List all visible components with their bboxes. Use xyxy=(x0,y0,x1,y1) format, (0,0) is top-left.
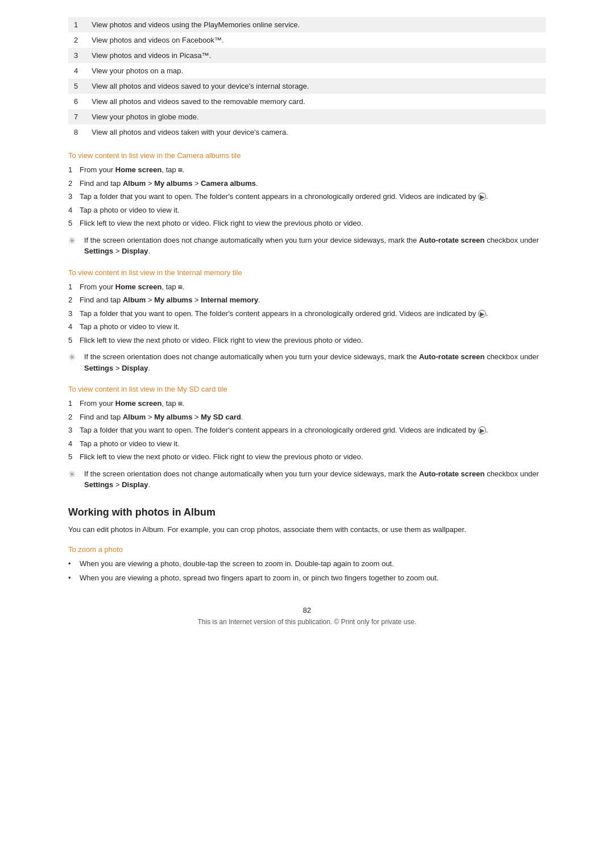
list-item: 5 Flick left to view the next photo or v… xyxy=(68,218,546,229)
row-text: View all photos and videos saved to your… xyxy=(86,78,546,94)
bullet-text: When you are viewing a photo, double-tap… xyxy=(80,558,394,570)
step-text: Flick left to view the next photo or vid… xyxy=(80,218,546,229)
list-item: When you are viewing a photo, double-tap… xyxy=(68,558,546,570)
camera-section: To view content in list view in the Came… xyxy=(68,151,546,257)
table-row: 3View photos and videos in Picasa™. xyxy=(68,48,546,63)
list-item: 4 Tap a photo or video to view it. xyxy=(68,321,546,333)
row-text: View your photos in globe mode. xyxy=(86,109,546,124)
step-number: 2 xyxy=(68,412,80,423)
camera-section-heading: To view content in list view in the Came… xyxy=(68,151,546,160)
table-row: 5View all photos and videos saved to you… xyxy=(68,78,546,94)
list-item: 2 Find and tap Album > My albums > Inter… xyxy=(68,294,546,306)
working-section: Working with photos in Album You can edi… xyxy=(68,506,546,584)
sdcard-tip-icon: ✳ xyxy=(68,469,80,480)
sdcard-tip-text: If the screen orientation does not chang… xyxy=(84,468,546,491)
step-number: 2 xyxy=(68,178,80,189)
table-row: 6View all photos and videos saved to the… xyxy=(68,94,546,109)
step-text: From your Home screen, tap ⊞. xyxy=(80,281,546,293)
row-number: 2 xyxy=(68,32,86,48)
row-number: 7 xyxy=(68,109,86,124)
list-item: 2 Find and tap Album > My albums > Camer… xyxy=(68,178,546,189)
step-text: Find and tap Album > My albums > Camera … xyxy=(80,178,546,189)
list-item: 3 Tap a folder that you want to open. Th… xyxy=(68,425,546,436)
internal-tip-text: If the screen orientation does not chang… xyxy=(84,351,546,373)
row-text: View all photos and videos saved to the … xyxy=(86,94,546,109)
list-item: 5 Flick left to view the next photo or v… xyxy=(68,451,546,463)
row-number: 6 xyxy=(68,94,86,109)
internal-section: To view content in list view in the Inte… xyxy=(68,268,546,374)
step-text: Find and tap Album > My albums > Interna… xyxy=(80,294,546,306)
step-number: 1 xyxy=(68,398,80,409)
internal-tip-icon: ✳ xyxy=(68,352,80,363)
step-text: From your Home screen, tap ⊞. xyxy=(80,398,546,409)
sdcard-steps-list: 1 From your Home screen, tap ⊞.2 Find an… xyxy=(68,398,546,463)
zoom-bullets-list: When you are viewing a photo, double-tap… xyxy=(68,558,546,583)
sdcard-section: To view content in list view in the My S… xyxy=(68,385,546,491)
overview-table: 1View photos and videos using the PlayMe… xyxy=(68,17,546,140)
step-number: 2 xyxy=(68,294,80,306)
table-row: 1View photos and videos using the PlayMe… xyxy=(68,17,546,32)
list-item: 5 Flick left to view the next photo or v… xyxy=(68,335,546,346)
table-row: 8View all photos and videos taken with y… xyxy=(68,124,546,140)
list-item: 1 From your Home screen, tap ⊞. xyxy=(68,281,546,293)
list-item: 4 Tap a photo or video to view it. xyxy=(68,205,546,216)
row-number: 3 xyxy=(68,48,86,63)
working-intro: You can edit photos in Album. For exampl… xyxy=(68,524,546,535)
step-text: Tap a folder that you want to open. The … xyxy=(80,191,546,202)
copyright-text: This is an Internet version of this publ… xyxy=(68,618,546,626)
zoom-heading: To zoom a photo xyxy=(68,545,546,554)
page-footer: 82 This is an Internet version of this p… xyxy=(68,606,546,626)
step-number: 5 xyxy=(68,218,80,229)
camera-steps-list: 1 From your Home screen, tap ⊞.2 Find an… xyxy=(68,164,546,229)
list-item: 1 From your Home screen, tap ⊞. xyxy=(68,164,546,176)
step-text: Tap a photo or video to view it. xyxy=(80,321,546,333)
step-text: Find and tap Album > My albums > My SD c… xyxy=(80,412,546,423)
step-number: 4 xyxy=(68,438,80,450)
step-text: Tap a photo or video to view it. xyxy=(80,205,546,216)
list-item: 3 Tap a folder that you want to open. Th… xyxy=(68,191,546,202)
step-text: From your Home screen, tap ⊞. xyxy=(80,164,546,176)
row-number: 1 xyxy=(68,17,86,32)
step-number: 3 xyxy=(68,425,80,436)
step-number: 3 xyxy=(68,191,80,202)
step-text: Flick left to view the next photo or vid… xyxy=(80,335,546,346)
row-text: View photos and videos on Facebook™. xyxy=(86,32,546,48)
list-item: 4 Tap a photo or video to view it. xyxy=(68,438,546,450)
sdcard-tip: ✳ If the screen orientation does not cha… xyxy=(68,468,546,491)
row-text: View photos and videos in Picasa™. xyxy=(86,48,546,63)
step-number: 4 xyxy=(68,205,80,216)
working-heading: Working with photos in Album xyxy=(68,506,546,518)
internal-section-heading: To view content in list view in the Inte… xyxy=(68,268,546,277)
list-item: 1 From your Home screen, tap ⊞. xyxy=(68,398,546,409)
camera-tip-text: If the screen orientation does not chang… xyxy=(84,235,546,257)
row-text: View all photos and videos taken with yo… xyxy=(86,124,546,140)
step-number: 4 xyxy=(68,321,80,333)
camera-tip: ✳ If the screen orientation does not cha… xyxy=(68,235,546,257)
page-number: 82 xyxy=(68,606,546,614)
list-item: 2 Find and tap Album > My albums > My SD… xyxy=(68,412,546,423)
step-number: 5 xyxy=(68,451,80,463)
table-row: 2View photos and videos on Facebook™. xyxy=(68,32,546,48)
row-text: View photos and videos using the PlayMem… xyxy=(86,17,546,32)
row-text: View your photos on a map. xyxy=(86,63,546,78)
step-text: Tap a folder that you want to open. The … xyxy=(80,308,546,319)
step-text: Flick left to view the next photo or vid… xyxy=(80,451,546,463)
bullet-text: When you are viewing a photo, spread two… xyxy=(80,572,439,584)
step-number: 1 xyxy=(68,281,80,293)
table-row: 4View your photos on a map. xyxy=(68,63,546,78)
list-item: When you are viewing a photo, spread two… xyxy=(68,572,546,584)
row-number: 8 xyxy=(68,124,86,140)
row-number: 5 xyxy=(68,78,86,94)
row-number: 4 xyxy=(68,63,86,78)
tip-icon: ✳ xyxy=(68,235,80,246)
step-text: Tap a photo or video to view it. xyxy=(80,438,546,450)
internal-steps-list: 1 From your Home screen, tap ⊞.2 Find an… xyxy=(68,281,546,346)
step-number: 5 xyxy=(68,335,80,346)
internal-tip: ✳ If the screen orientation does not cha… xyxy=(68,351,546,373)
step-number: 1 xyxy=(68,164,80,176)
list-item: 3 Tap a folder that you want to open. Th… xyxy=(68,308,546,319)
sdcard-section-heading: To view content in list view in the My S… xyxy=(68,385,546,393)
table-row: 7View your photos in globe mode. xyxy=(68,109,546,124)
step-text: Tap a folder that you want to open. The … xyxy=(80,425,546,436)
step-number: 3 xyxy=(68,308,80,319)
